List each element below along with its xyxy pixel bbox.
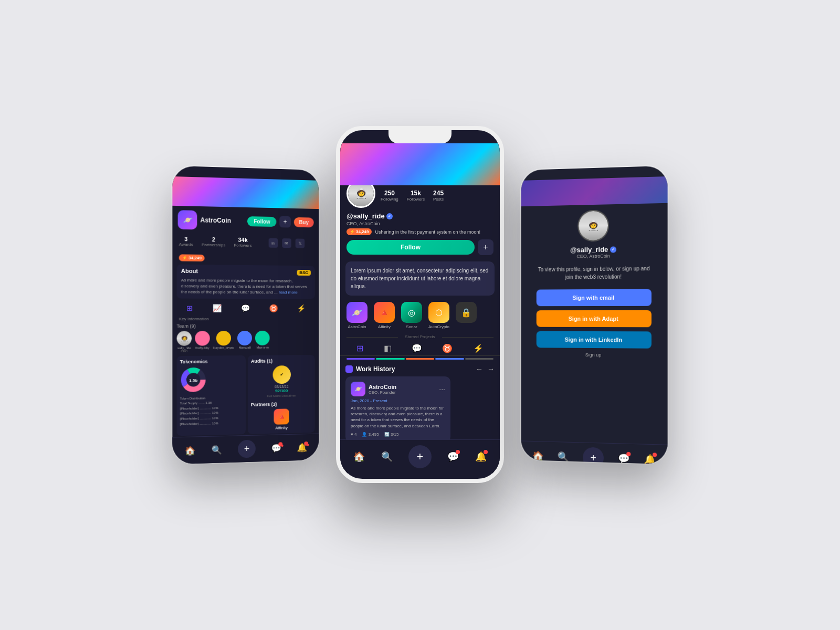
linkedin-icon[interactable]: in — [268, 238, 278, 248]
left-stats: 3 Awards 2 Partnerships 34k Followers in… — [172, 234, 319, 253]
metric-likes: ♥ 4 — [351, 432, 356, 437]
work-prev-button[interactable]: ← — [476, 365, 483, 373]
prog-seg-1 — [346, 358, 375, 360]
left-screen: 🪐 AstroCoin Follow + Buy 3 Awards 2 Part… — [172, 176, 319, 464]
right-screen: 🧑‍🚀 @sally_ride ✓ CEO, AstroCoin To view… — [521, 176, 668, 464]
stat-following: 250 Following — [381, 190, 398, 202]
sign-in-email-button[interactable]: Sign with email — [537, 289, 652, 306]
app-autocrypto[interactable]: ⬡ AutoCrypto — [428, 302, 449, 329]
tab-chat-center[interactable]: 💬 — [412, 343, 422, 353]
tab-taurus[interactable]: ♉ — [269, 304, 278, 312]
search-icon[interactable]: 🔍 — [212, 445, 222, 455]
messages-icon-right[interactable]: 💬 — [618, 453, 629, 464]
center-bottom-nav: 🏠 🔍 + 💬 🔔 — [340, 439, 500, 474]
center-nav-tabs: ⊞ ◧ 💬 ♉ ⚡ — [340, 341, 500, 356]
search-icon-center[interactable]: 🔍 — [381, 451, 393, 463]
work-card: 🪐 AstroCoin CEO, Founder ··· Jan, 2020 -… — [345, 376, 450, 442]
coin-name: AstroCoin — [200, 216, 244, 225]
stat-followers: 34k Followers — [234, 237, 251, 249]
bsc-badge: BSC — [297, 270, 311, 276]
buy-button[interactable]: Buy — [294, 217, 314, 227]
sign-in-prompt: To view this profile, sign in below, or … — [531, 265, 657, 281]
left-content: 🪐 AstroCoin Follow + Buy 3 Awards 2 Part… — [172, 206, 319, 438]
username-row: @sally_ride ✓ — [340, 212, 500, 221]
stat-partnerships: 2 Partnerships — [202, 236, 225, 248]
notifications-icon-right[interactable]: 🔔 — [644, 454, 656, 465]
right-verified-icon: ✓ — [610, 246, 616, 253]
stat-awards: 3 Awards — [179, 236, 193, 248]
create-button-center[interactable]: + — [408, 445, 432, 468]
app-icon-astrocoin: 🪐 — [346, 302, 368, 323]
scene: 🪐 AstroCoin Follow + Buy 3 Awards 2 Part… — [52, 26, 788, 604]
tab-lightning[interactable]: ⚡ — [297, 304, 306, 312]
avatar-max: Max-a-m — [255, 330, 270, 352]
sign-in-adapt-button[interactable]: Sign in with Adapt — [537, 310, 652, 327]
work-header: Work History ← → — [345, 365, 495, 373]
metric-shares: 🔄 3/15 — [384, 432, 399, 437]
left-header-gradient — [172, 176, 319, 209]
work-coin-icon: 🪐 — [351, 382, 365, 396]
profile-info: 250 Following 15k Followers 245 Posts — [381, 190, 494, 202]
tab-split[interactable]: ◧ — [384, 343, 392, 353]
create-button[interactable]: + — [238, 440, 256, 458]
notifications-icon[interactable]: 🔔 — [297, 442, 307, 452]
read-more-link[interactable]: read more — [279, 290, 298, 295]
work-menu-icon[interactable]: ··· — [439, 385, 445, 393]
bio-card-text: Lorem ipsum dolor sit amet, consectetur … — [351, 267, 489, 290]
center-phone: 🧑‍🚀 250 Following 15k Followers — [336, 126, 504, 483]
app-icon-lock: 🔒 — [456, 302, 477, 323]
profile-header: 🧑‍🚀 250 Following 15k Followers — [340, 185, 500, 212]
right-username: @sally_ride ✓ — [570, 245, 616, 254]
notifications-icon-center[interactable]: 🔔 — [475, 451, 487, 463]
create-button-right[interactable]: + — [583, 447, 604, 464]
bio-card: Lorem ipsum dolor sit amet, consectetur … — [345, 261, 495, 296]
lightning-row: ⚡ 34,249 Ushering in the first payment s… — [340, 227, 500, 236]
home-icon-right[interactable]: 🏠 — [532, 450, 543, 462]
right-phone: 🧑‍🚀 @sally_ride ✓ CEO, AstroCoin To view… — [521, 166, 668, 465]
app-lock[interactable]: 🔒 — [456, 302, 477, 329]
avatar-circle-sally: 🧑‍🚀 — [177, 331, 192, 346]
profile-username: @sally_ride ✓ — [346, 212, 393, 220]
email-icon[interactable]: ✉ — [282, 238, 291, 248]
tab-chat[interactable]: 💬 — [241, 304, 250, 312]
progress-bar — [340, 356, 500, 362]
messages-icon[interactable]: 💬 — [271, 443, 282, 453]
twitter-icon[interactable]: 𝕏 — [295, 238, 304, 248]
sign-in-buttons: Sign with email Sign in with Adapt Sign … — [531, 289, 657, 353]
tab-taurus-center[interactable]: ♉ — [442, 343, 453, 353]
app-affinity[interactable]: 🔺 Affinity — [374, 302, 395, 329]
tab-grid[interactable]: ⊞ — [186, 303, 193, 312]
center-notch — [388, 130, 452, 143]
plus-button-center[interactable]: + — [478, 239, 494, 255]
metric-views: 👤 3,495 — [362, 432, 379, 437]
messages-icon-center[interactable]: 💬 — [447, 451, 459, 463]
right-avatar: 🧑‍🚀 — [578, 209, 609, 242]
prog-seg-4 — [435, 358, 464, 360]
prog-seg-3 — [406, 358, 434, 360]
work-metrics: ♥ 4 👤 3,495 🔄 3/15 — [351, 432, 445, 437]
home-icon[interactable]: 🏠 — [185, 445, 195, 456]
left-notch — [223, 167, 270, 180]
left-bottom-nav: 🏠 🔍 + 💬 🔔 — [172, 434, 319, 465]
work-next-button[interactable]: → — [487, 365, 495, 373]
app-astrocoin[interactable]: 🪐 AstroCoin — [346, 302, 368, 329]
tokenomics-card: Tokenomics 1.5b Token Distribution Total… — [177, 355, 246, 436]
tab-lightning-center[interactable]: ⚡ — [473, 343, 484, 353]
key-info-label: Key Information — [172, 316, 319, 322]
about-section: About BSC As more and more people migrat… — [177, 265, 315, 299]
follow-button-center[interactable]: Follow — [346, 240, 475, 255]
app-sonar[interactable]: ◎ Sonar — [401, 302, 422, 329]
stat-posts: 245 Posts — [433, 190, 444, 202]
home-icon-center[interactable]: 🏠 — [353, 451, 365, 463]
sign-up-link[interactable]: Sign up — [585, 352, 601, 358]
plus-button[interactable]: + — [279, 216, 291, 227]
follow-button[interactable]: Follow — [247, 216, 276, 227]
bio-short: Ushering in the first payment system on … — [375, 229, 480, 235]
tab-grid-center[interactable]: ⊞ — [356, 343, 363, 353]
profile-role: CEO, AstroCoin — [340, 221, 500, 227]
right-bottom-nav: 🏠 🔍 + 💬 🔔 — [521, 440, 668, 464]
search-icon-right[interactable]: 🔍 — [558, 451, 569, 463]
sign-in-linkedin-button[interactable]: Sign in with LinkedIn — [537, 331, 652, 349]
tab-chart[interactable]: 📈 — [213, 303, 222, 312]
avatar-sally: 🧑‍🚀 sally_ride CEO — [177, 331, 192, 353]
